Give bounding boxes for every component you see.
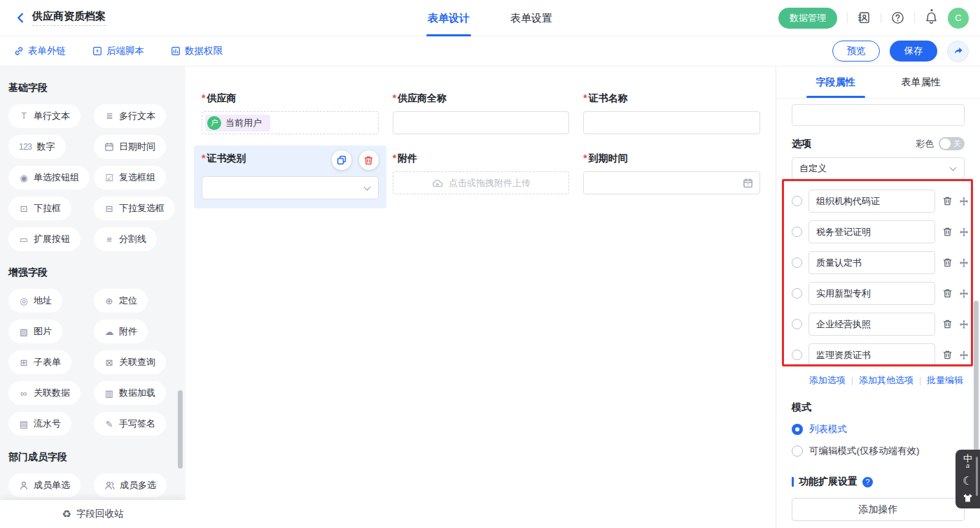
field-type-button[interactable]: T单行文本 (8, 104, 80, 128)
field-title-input[interactable] (792, 104, 965, 126)
delete-option-icon[interactable] (942, 319, 953, 329)
recycle-icon: ♻ (62, 508, 71, 520)
mode-radio-option[interactable]: 可编辑模式(仅移动端有效) (792, 445, 965, 457)
theme-skin-icon[interactable] (962, 493, 973, 503)
location-icon: ⊕ (104, 296, 114, 306)
toolbar-link[interactable]: 后端脚本 (92, 45, 144, 57)
move-option-icon[interactable] (959, 320, 969, 329)
move-option-icon[interactable] (959, 197, 969, 206)
option-radio[interactable] (792, 257, 802, 268)
field-type-button[interactable]: 日期时间 (94, 135, 166, 159)
save-button[interactable]: 保存 (890, 41, 937, 62)
field-type-button[interactable]: 成员多选 (94, 473, 167, 497)
field-supplier[interactable]: *供应商 户 当前用户 (202, 92, 379, 134)
back-button[interactable] (11, 9, 29, 27)
option-value-input[interactable] (808, 220, 935, 243)
move-option-icon[interactable] (959, 258, 969, 268)
sidebar-scrollbar[interactable] (178, 390, 183, 469)
option-value-input[interactable] (808, 313, 935, 336)
move-option-icon[interactable] (959, 289, 969, 299)
panel-tab-1[interactable]: 字段属性 (816, 66, 855, 98)
field-type-button[interactable]: ⊠关联查询 (94, 350, 166, 374)
extension-help-icon[interactable]: ? (862, 477, 873, 487)
add-action-button[interactable]: 添加操作 (792, 498, 965, 521)
field-type-button[interactable]: ⊡下拉框 (8, 197, 71, 220)
field-attachment[interactable]: *附件 点击或拖拽附件上传 (393, 145, 570, 208)
radio-label: 列表模式 (809, 423, 847, 436)
field-type-button[interactable]: ◉单选按钮组 (8, 166, 90, 190)
option-action-link[interactable]: 批量编辑 (927, 374, 963, 387)
cert-name-input[interactable] (583, 111, 760, 134)
contacts-book-icon[interactable] (858, 11, 871, 24)
field-type-button[interactable]: 成员单选 (8, 473, 80, 497)
field-type-button[interactable]: ▧图片 (8, 320, 62, 343)
users-icon (104, 480, 115, 490)
duplicate-field-button[interactable] (332, 150, 351, 170)
avatar[interactable]: C (948, 8, 969, 29)
svg-text:7: 7 (747, 182, 749, 186)
data-manage-button[interactable]: 数据管理 (778, 8, 837, 29)
option-action-link[interactable]: 添加选项 (809, 374, 846, 387)
field-supplier-fullname[interactable]: *供应商全称 (393, 92, 570, 134)
option-radio[interactable] (792, 196, 802, 206)
toolbar-link[interactable]: 数据权限 (171, 45, 223, 57)
help-icon[interactable] (891, 11, 904, 24)
field-type-button[interactable]: 123数字 (8, 135, 66, 159)
field-type-button[interactable]: ☑复选框组 (94, 166, 166, 190)
required-mark: * (202, 92, 205, 104)
option-value-input[interactable] (808, 343, 935, 366)
field-type-button[interactable]: ⊞子表单 (8, 350, 71, 374)
toolbar-link[interactable]: 表单外链 (14, 45, 66, 57)
field-type-button[interactable]: ✎手写签名 (94, 412, 166, 436)
mode-radio-option[interactable]: 列表模式 (792, 423, 965, 436)
option-action-link[interactable]: 添加其他选项 (859, 374, 913, 387)
field-recycle-bin[interactable]: ♻ 字段回收站 (0, 500, 186, 528)
option-source-select[interactable]: 自定义 (792, 157, 965, 180)
option-radio[interactable] (792, 350, 802, 360)
field-cert-type-selected[interactable]: *证书类别 (194, 145, 386, 208)
panel-tab-2[interactable]: 表单属性 (902, 66, 941, 98)
notification-bell-icon[interactable] (925, 11, 938, 24)
delete-option-icon[interactable] (942, 196, 953, 206)
header-tab-1[interactable]: 表单设计 (428, 0, 470, 36)
panel-scrollbar[interactable] (974, 301, 979, 462)
field-type-button[interactable]: ▤流水号 (8, 412, 71, 436)
image-icon: ▧ (19, 327, 29, 337)
move-option-icon[interactable] (959, 227, 969, 237)
expire-date-input[interactable]: 7 (583, 171, 760, 194)
field-cert-name[interactable]: *证书名称 (583, 92, 760, 134)
field-type-button[interactable]: ☁附件 (94, 320, 148, 343)
delete-option-icon[interactable] (942, 227, 953, 237)
option-value-input[interactable] (808, 251, 935, 274)
field-type-button[interactable]: ⊟下拉复选框 (94, 197, 175, 220)
delete-option-icon[interactable] (942, 288, 953, 299)
delete-option-icon[interactable] (942, 350, 953, 360)
option-radio[interactable] (792, 319, 802, 329)
field-type-button[interactable]: ⊕定位 (94, 289, 148, 313)
field-type-button[interactable]: ▥数据加载 (94, 381, 166, 405)
header-tab-2[interactable]: 表单设置 (510, 0, 552, 36)
share-button[interactable] (947, 41, 969, 62)
field-type-button[interactable]: ▭扩展按钮 (8, 227, 80, 251)
language-toggle[interactable]: 中a (963, 455, 972, 469)
option-value-input[interactable] (808, 190, 935, 213)
dark-mode-icon[interactable]: ☾ (962, 476, 972, 486)
field-expire-time[interactable]: *到期时间 7 (583, 145, 760, 208)
field-type-button[interactable]: ◎地址 (8, 289, 62, 313)
attachment-upload-area[interactable]: 点击或拖拽附件上传 (393, 171, 570, 194)
delete-field-button[interactable] (359, 150, 379, 170)
field-type-button[interactable]: ≡分割线 (94, 227, 157, 251)
option-radio[interactable] (792, 227, 802, 237)
option-value-input[interactable] (808, 282, 935, 305)
supplier-fullname-input[interactable] (393, 111, 570, 134)
option-radio[interactable] (792, 288, 802, 299)
move-option-icon[interactable] (959, 350, 969, 360)
field-type-button[interactable]: ≣多行文本 (94, 104, 166, 128)
form-canvas: *供应商 户 当前用户 *供应商全称 *证书名称 (186, 66, 776, 528)
field-type-button[interactable]: ∞关联数据 (8, 381, 80, 405)
cert-type-select[interactable] (202, 176, 379, 199)
supplier-input[interactable]: 户 当前用户 (202, 111, 379, 134)
delete-option-icon[interactable] (942, 257, 953, 268)
color-toggle[interactable]: 关 (939, 137, 965, 150)
preview-button[interactable]: 预览 (832, 41, 880, 62)
